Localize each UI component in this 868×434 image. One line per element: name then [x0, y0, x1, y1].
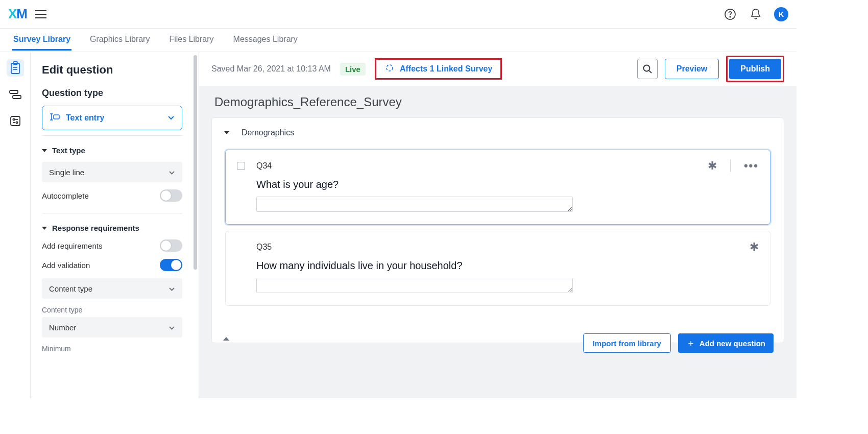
chevron-down-icon	[168, 323, 175, 332]
rail-options-icon[interactable]	[7, 112, 24, 130]
chevron-down-icon	[167, 113, 175, 123]
content: Saved Mar 26, 2021 at 10:13 AM Live Affe…	[199, 52, 797, 398]
add-question-label: Add new question	[700, 339, 765, 348]
question-text[interactable]: How many individuals live in your househ…	[256, 260, 759, 272]
help-icon[interactable]	[723, 7, 737, 21]
block-name: Demographics	[242, 128, 294, 137]
add-requirements-toggle[interactable]	[160, 239, 182, 252]
avatar-letter: K	[779, 10, 784, 18]
add-requirements-label: Add requirements	[42, 242, 102, 250]
svg-rect-10	[13, 95, 21, 99]
content-body: Demographics_Reference_Survey Demographi…	[199, 86, 797, 398]
avatar[interactable]: K	[774, 7, 788, 21]
question-id: Q35	[256, 243, 272, 252]
library-tabs: Survey Library Graphics Library Files Li…	[0, 29, 797, 52]
logo-m: M	[16, 6, 27, 21]
add-question-button[interactable]: ＋ Add new question	[678, 333, 774, 353]
caret-down-icon	[42, 227, 47, 230]
saved-text: Saved Mar 26, 2021 at 10:13 AM	[211, 64, 331, 74]
rail-flow-icon[interactable]	[7, 86, 24, 103]
question-checkbox[interactable]	[237, 162, 245, 170]
top-bar: XM K	[0, 0, 797, 29]
autocomplete-toggle[interactable]	[160, 189, 182, 202]
text-type-heading[interactable]: Text type	[42, 146, 182, 155]
main: Edit question Question type Text entry T…	[0, 52, 797, 398]
linked-survey-button[interactable]: Affects 1 Linked Survey	[375, 58, 502, 80]
required-icon[interactable]: ✱	[750, 240, 759, 254]
search-button[interactable]	[637, 59, 658, 79]
content-type-sublabel: Content type	[42, 306, 182, 314]
menu-icon[interactable]	[35, 10, 46, 18]
caret-down-icon	[42, 149, 47, 152]
link-icon	[384, 63, 395, 75]
text-type-select[interactable]: Single line	[42, 162, 182, 182]
caret-down-icon	[224, 131, 229, 134]
svg-point-21	[643, 65, 649, 71]
linked-survey-label: Affects 1 Linked Survey	[400, 64, 492, 74]
svg-line-22	[649, 71, 652, 74]
svg-rect-19	[54, 115, 59, 119]
autocomplete-label: Autocomplete	[42, 191, 89, 200]
question-type-select[interactable]: Text entry	[42, 106, 182, 130]
question-type-value: Text entry	[66, 113, 104, 123]
content-type-value: Content type	[49, 284, 92, 293]
tab-graphics-library[interactable]: Graphics Library	[89, 30, 151, 51]
svg-rect-9	[10, 90, 18, 93]
question-type-heading: Question type	[42, 88, 182, 99]
svg-point-4	[730, 16, 731, 17]
number-value: Number	[49, 323, 76, 332]
answer-input[interactable]	[256, 197, 573, 212]
number-select[interactable]: Number	[42, 317, 182, 337]
tab-files-library[interactable]: Files Library	[168, 30, 214, 51]
chevron-down-icon	[168, 284, 175, 293]
plus-icon: ＋	[686, 337, 695, 349]
tab-survey-library[interactable]: Survey Library	[12, 30, 71, 51]
svg-point-14	[16, 122, 17, 123]
rail-builder-icon[interactable]	[7, 59, 24, 77]
import-library-button[interactable]: Import from library	[583, 333, 671, 353]
question-text[interactable]: What is your age?	[256, 179, 759, 190]
text-entry-icon	[50, 113, 60, 123]
content-header: Saved Mar 26, 2021 at 10:13 AM Live Affe…	[199, 52, 797, 86]
add-validation-toggle[interactable]	[160, 259, 182, 271]
required-icon[interactable]: ✱	[708, 159, 717, 173]
svg-rect-11	[11, 116, 20, 126]
tab-messages-library[interactable]: Messages Library	[232, 30, 299, 51]
logo-x: X	[8, 6, 16, 21]
question-card-q34[interactable]: Q34 ✱ ••• What is your age?	[225, 150, 770, 225]
minimum-label: Minimum	[42, 345, 182, 353]
divider	[730, 160, 731, 172]
edit-panel: Edit question Question type Text entry T…	[31, 52, 194, 398]
publish-highlight: Publish	[726, 56, 784, 82]
question-id: Q34	[256, 161, 272, 171]
text-type-value: Single line	[49, 168, 84, 177]
question-block: Demographics Q34 ✱ ••• What is your age?	[211, 117, 784, 343]
svg-point-12	[13, 118, 14, 120]
live-pill: Live	[340, 63, 366, 76]
response-requirements-heading[interactable]: Response requirements	[42, 224, 182, 232]
more-icon[interactable]: •••	[744, 159, 759, 173]
publish-button[interactable]: Publish	[729, 59, 781, 79]
content-type-select[interactable]: Content type	[42, 278, 182, 299]
chevron-down-icon	[168, 168, 175, 177]
svg-point-20	[387, 65, 393, 71]
svg-rect-5	[11, 63, 19, 74]
answer-input[interactable]	[256, 278, 573, 293]
survey-title: Demographics_Reference_Survey	[211, 86, 784, 117]
preview-button[interactable]: Preview	[665, 59, 719, 79]
edit-panel-wrap: Edit question Question type Text entry T…	[31, 52, 199, 398]
block-header[interactable]: Demographics	[221, 125, 775, 143]
bell-icon[interactable]	[749, 7, 763, 21]
panel-scrollbar[interactable]	[194, 52, 199, 398]
block-collapse-icon[interactable]	[223, 328, 229, 337]
question-card-q35[interactable]: Q35 ✱ How many individuals live in your …	[225, 231, 770, 306]
left-rail	[0, 52, 31, 398]
add-validation-label: Add validation	[42, 261, 90, 270]
brand-logo[interactable]: XM	[8, 6, 27, 22]
panel-title: Edit question	[42, 63, 182, 77]
